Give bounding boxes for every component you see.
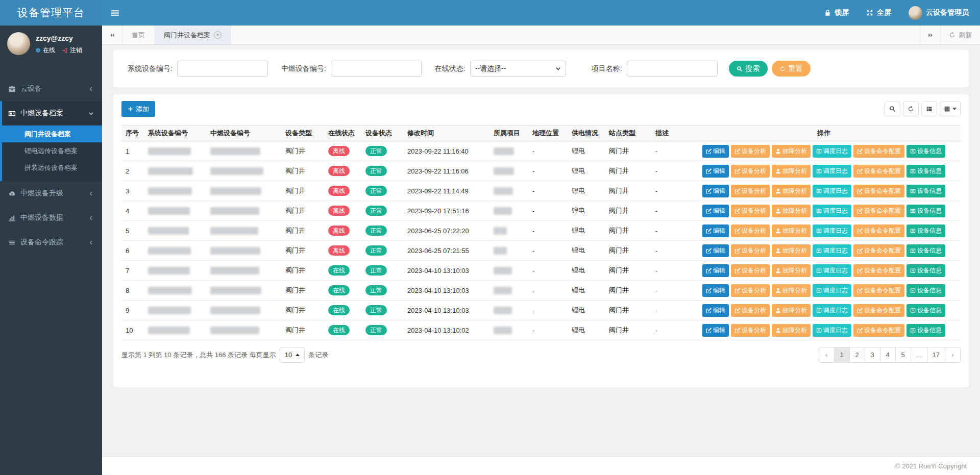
refresh-tab-button[interactable]: 刷新 <box>940 26 980 44</box>
device-info-button[interactable]: 设备信息 <box>906 264 945 277</box>
page-button[interactable]: 2 <box>849 347 865 363</box>
page-prev-button[interactable]: ‹ <box>819 347 835 363</box>
device-info-button[interactable]: 设备信息 <box>906 165 945 178</box>
column-header[interactable]: 序号 <box>121 126 144 141</box>
online-status-select[interactable]: --请选择-- <box>470 61 566 77</box>
sidebar-item-zhongran-archive[interactable]: 中燃设备档案 <box>2 101 102 126</box>
tabs-scroll-right-button[interactable] <box>920 26 940 44</box>
device-command-config-button[interactable]: 设备命令配置 <box>853 324 904 337</box>
sidebar-item-device-upgrade[interactable]: 中燃设备升级 <box>0 181 102 206</box>
close-tab-icon[interactable]: × <box>214 31 222 39</box>
lock-screen-button[interactable]: 锁屏 <box>824 8 849 17</box>
dispatch-log-button[interactable]: 调度日志 <box>813 284 851 297</box>
reset-button[interactable]: 重置 <box>772 61 811 77</box>
column-header[interactable]: 设备状态 <box>361 126 403 141</box>
sidebar-toggle-button[interactable] <box>102 0 128 26</box>
mid-device-no-input[interactable] <box>331 61 422 77</box>
edit-button[interactable]: 编辑 <box>702 284 729 297</box>
fault-analysis-button[interactable]: 故障分析 <box>772 205 811 217</box>
edit-button[interactable]: 编辑 <box>702 165 729 178</box>
logout-button[interactable]: 注销 <box>62 46 82 55</box>
column-header[interactable]: 中燃设备编号 <box>206 126 281 141</box>
dispatch-log-button[interactable]: 调度日志 <box>813 264 851 277</box>
table-search-toggle-button[interactable] <box>885 102 900 116</box>
fault-analysis-button[interactable]: 故障分析 <box>772 264 811 277</box>
fault-analysis-button[interactable]: 故障分析 <box>772 224 811 237</box>
page-button[interactable]: 4 <box>880 347 896 363</box>
device-info-button[interactable]: 设备信息 <box>906 145 945 158</box>
device-info-button[interactable]: 设备信息 <box>906 324 945 337</box>
device-command-config-button[interactable]: 设备命令配置 <box>853 264 904 277</box>
device-analysis-button[interactable]: 设备分析 <box>731 284 770 297</box>
device-command-config-button[interactable]: 设备命令配置 <box>853 185 904 197</box>
fault-analysis-button[interactable]: 故障分析 <box>772 284 811 297</box>
search-button[interactable]: 搜索 <box>729 61 768 77</box>
table-columns-button[interactable] <box>940 102 961 116</box>
table-refresh-button[interactable] <box>903 102 919 116</box>
sidebar-subitem-lithium-remote-archive[interactable]: 锂电远传设备档案 <box>2 142 102 159</box>
table-toggle-view-button[interactable] <box>921 102 937 116</box>
edit-button[interactable]: 编辑 <box>702 205 729 217</box>
dispatch-log-button[interactable]: 调度日志 <box>813 324 851 337</box>
dispatch-log-button[interactable]: 调度日志 <box>813 224 851 237</box>
column-header[interactable]: 操作 <box>687 126 961 141</box>
sidebar-item-cloud-device[interactable]: 云设备 <box>0 77 102 101</box>
sys-device-no-input[interactable] <box>177 61 268 77</box>
device-command-config-button[interactable]: 设备命令配置 <box>853 304 904 317</box>
dispatch-log-button[interactable]: 调度日志 <box>813 205 851 217</box>
sidebar-item-device-data[interactable]: 中燃设备数据 <box>0 206 102 230</box>
page-size-select[interactable]: 10 <box>280 347 305 363</box>
sidebar-subitem-assembled-remote-archive[interactable]: 拼装远传设备档案 <box>2 159 102 176</box>
dispatch-log-button[interactable]: 调度日志 <box>813 304 851 317</box>
page-button[interactable]: 17 <box>927 347 945 363</box>
device-info-button[interactable]: 设备信息 <box>906 304 945 317</box>
page-button[interactable]: 1 <box>834 347 850 363</box>
sidebar-item-command-track[interactable]: 设备命令跟踪 <box>0 230 102 255</box>
fault-analysis-button[interactable]: 故障分析 <box>772 145 811 158</box>
column-header[interactable]: 修改时间 <box>403 126 489 141</box>
column-header[interactable]: 设备类型 <box>281 126 324 141</box>
project-name-input[interactable] <box>627 61 718 77</box>
device-command-config-button[interactable]: 设备命令配置 <box>853 165 904 178</box>
device-command-config-button[interactable]: 设备命令配置 <box>853 224 904 237</box>
column-header[interactable]: 描述 <box>651 126 687 141</box>
device-info-button[interactable]: 设备信息 <box>906 284 945 297</box>
device-info-button[interactable]: 设备信息 <box>906 244 945 257</box>
column-header[interactable]: 地理位置 <box>528 126 568 141</box>
device-command-config-button[interactable]: 设备命令配置 <box>853 284 904 297</box>
tabs-scroll-left-button[interactable] <box>102 26 122 44</box>
device-analysis-button[interactable]: 设备分析 <box>731 145 770 158</box>
device-command-config-button[interactable]: 设备命令配置 <box>853 244 904 257</box>
fault-analysis-button[interactable]: 故障分析 <box>772 304 811 317</box>
sidebar-subitem-valve-well-archive[interactable]: 阀门井设备档案 <box>2 126 102 142</box>
dispatch-log-button[interactable]: 调度日志 <box>813 165 851 178</box>
user-menu-button[interactable]: 云设备管理员 <box>909 6 969 20</box>
device-command-config-button[interactable]: 设备命令配置 <box>853 145 904 158</box>
fault-analysis-button[interactable]: 故障分析 <box>772 244 811 257</box>
tab-home[interactable]: 首页 <box>122 26 155 44</box>
device-info-button[interactable]: 设备信息 <box>906 205 945 217</box>
column-header[interactable]: 在线状态 <box>324 126 361 141</box>
dispatch-log-button[interactable]: 调度日志 <box>813 244 851 257</box>
device-analysis-button[interactable]: 设备分析 <box>731 185 770 197</box>
device-analysis-button[interactable]: 设备分析 <box>731 324 770 337</box>
add-button[interactable]: 添加 <box>121 101 155 117</box>
edit-button[interactable]: 编辑 <box>702 324 729 337</box>
device-analysis-button[interactable]: 设备分析 <box>731 205 770 217</box>
column-header[interactable]: 系统设备编号 <box>144 126 206 141</box>
column-header[interactable]: 供电情况 <box>568 126 605 141</box>
device-analysis-button[interactable]: 设备分析 <box>731 244 770 257</box>
column-header[interactable]: 所属项目 <box>489 126 528 141</box>
column-header[interactable]: 站点类型 <box>605 126 651 141</box>
edit-button[interactable]: 编辑 <box>702 304 729 317</box>
fault-analysis-button[interactable]: 故障分析 <box>772 185 811 197</box>
edit-button[interactable]: 编辑 <box>702 185 729 197</box>
device-analysis-button[interactable]: 设备分析 <box>731 304 770 317</box>
edit-button[interactable]: 编辑 <box>702 145 729 158</box>
device-analysis-button[interactable]: 设备分析 <box>731 264 770 277</box>
edit-button[interactable]: 编辑 <box>702 264 729 277</box>
device-analysis-button[interactable]: 设备分析 <box>731 224 770 237</box>
device-analysis-button[interactable]: 设备分析 <box>731 165 770 178</box>
page-button[interactable]: 3 <box>865 347 880 363</box>
tab-valve-well-archive[interactable]: 阀门井设备档案 × <box>155 26 231 44</box>
